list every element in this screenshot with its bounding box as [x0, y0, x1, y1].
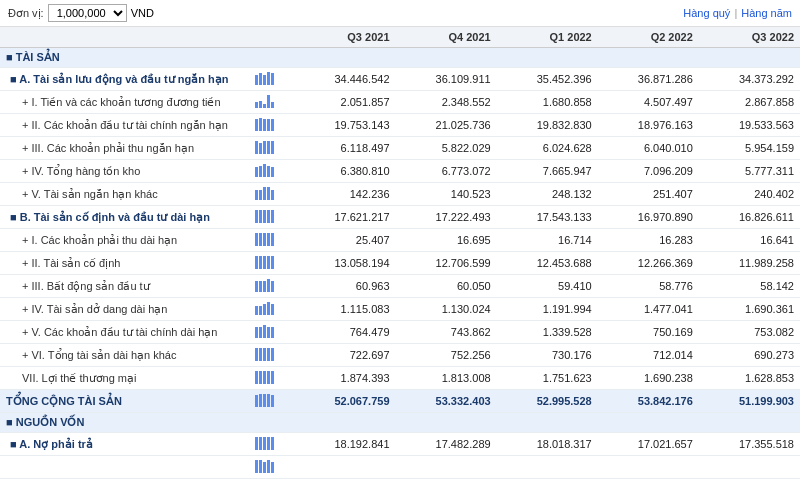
row-value-q1_2022: 17.543.133: [497, 206, 598, 229]
balance-sheet-table: Q3 2021 Q4 2021 Q1 2022 Q2 2022 Q3 2022 …: [0, 27, 800, 479]
row-chart: [234, 160, 294, 183]
row-value-q4_2021: 1.130.024: [396, 298, 497, 321]
row-chart: [234, 413, 294, 433]
row-value-q3_2022: [699, 456, 800, 479]
table-row: TỔNG CỘNG TÀI SẢN52.067.75953.332.40352.…: [0, 390, 800, 413]
row-value-q3_2022: 1.690.361: [699, 298, 800, 321]
row-value-q4_2021: 5.822.029: [396, 137, 497, 160]
row-value-q4_2021: 17.222.493: [396, 206, 497, 229]
row-value-q2_2022: 4.507.497: [598, 91, 699, 114]
row-value-q2_2022: 17.021.657: [598, 433, 699, 456]
row-value-q1_2022: 1.680.858: [497, 91, 598, 114]
unit-selector: Đơn vị: 1,000,000 VND: [8, 4, 154, 22]
row-label: ■ A. Tài sản lưu động và đầu tư ngắn hạn: [0, 68, 234, 91]
row-label: [0, 456, 234, 479]
row-chart: [234, 298, 294, 321]
row-value-q2_2022: 16.283: [598, 229, 699, 252]
row-value-q3_2021: 17.621.217: [294, 206, 395, 229]
row-label: + IV. Tài sản dở dang dài hạn: [0, 298, 234, 321]
table-row: + V. Các khoản đầu tư tài chính dài hạn7…: [0, 321, 800, 344]
row-value-q3_2021: 60.963: [294, 275, 395, 298]
unit-label: Đơn vị:: [8, 7, 44, 20]
row-value-q2_2022: 6.040.010: [598, 137, 699, 160]
row-chart: [234, 68, 294, 91]
row-value-q4_2021: 6.773.072: [396, 160, 497, 183]
row-value-q3_2022: 51.199.903: [699, 390, 800, 413]
row-value-q2_2022: 58.776: [598, 275, 699, 298]
row-value-q4_2021: 752.256: [396, 344, 497, 367]
row-value-q2_2022: 712.014: [598, 344, 699, 367]
row-value-q3_2022: 11.989.258: [699, 252, 800, 275]
col-header-label: [0, 27, 234, 48]
row-chart: [234, 137, 294, 160]
row-value-q1_2022: [497, 456, 598, 479]
row-value-q3_2022: 690.273: [699, 344, 800, 367]
table-row: + IV. Tổng hàng tồn kho6.380.8106.773.07…: [0, 160, 800, 183]
row-value-q1_2022: 730.176: [497, 344, 598, 367]
row-label: ■ TÀI SẢN: [0, 48, 234, 68]
row-label: + III. Các khoản phải thu ngắn hạn: [0, 137, 234, 160]
row-label: + II. Tài sản cố định: [0, 252, 234, 275]
row-value-q1_2022: [497, 48, 598, 68]
row-chart: [234, 229, 294, 252]
col-header-q3-2021: Q3 2021: [294, 27, 395, 48]
row-value-q3_2021: 25.407: [294, 229, 395, 252]
row-value-q1_2022: 59.410: [497, 275, 598, 298]
table-row: ■ NGUỒN VỐN: [0, 413, 800, 433]
row-value-q1_2022: 35.452.396: [497, 68, 598, 91]
row-value-q3_2021: [294, 48, 395, 68]
currency-label: VND: [131, 7, 154, 19]
row-label: + V. Các khoản đầu tư tài chính dài hạn: [0, 321, 234, 344]
unit-dropdown[interactable]: 1,000,000: [48, 4, 127, 22]
row-value-q4_2021: 60.050: [396, 275, 497, 298]
row-value-q3_2021: 18.192.841: [294, 433, 395, 456]
row-value-q4_2021: 2.348.552: [396, 91, 497, 114]
row-value-q2_2022: 1.690.238: [598, 367, 699, 390]
quarterly-btn[interactable]: Hàng quý: [683, 7, 730, 19]
row-chart: [234, 275, 294, 298]
col-header-q3-2022: Q3 2022: [699, 27, 800, 48]
row-value-q3_2022: 19.533.563: [699, 114, 800, 137]
row-value-q3_2022: [699, 413, 800, 433]
annual-btn[interactable]: Hàng năm: [741, 7, 792, 19]
row-value-q1_2022: 16.714: [497, 229, 598, 252]
table-body: ■ TÀI SẢN■ A. Tài sản lưu động và đầu tư…: [0, 48, 800, 479]
row-value-q4_2021: [396, 48, 497, 68]
row-label: + V. Tài sản ngắn hạn khác: [0, 183, 234, 206]
table-row: + V. Tài sản ngắn hạn khác142.236140.523…: [0, 183, 800, 206]
row-value-q3_2022: 753.082: [699, 321, 800, 344]
row-value-q3_2022: 5.954.159: [699, 137, 800, 160]
row-chart: [234, 390, 294, 413]
row-value-q1_2022: 19.832.830: [497, 114, 598, 137]
row-chart: [234, 252, 294, 275]
row-value-q3_2021: 6.118.497: [294, 137, 395, 160]
row-value-q2_2022: 12.266.369: [598, 252, 699, 275]
row-value-q2_2022: 7.096.209: [598, 160, 699, 183]
table-row: + III. Các khoản phải thu ngắn hạn6.118.…: [0, 137, 800, 160]
row-label: + I. Các khoản phải thu dài hạn: [0, 229, 234, 252]
row-value-q4_2021: 1.813.008: [396, 367, 497, 390]
row-value-q2_2022: [598, 456, 699, 479]
row-label: + I. Tiền và các khoản tương đương tiền: [0, 91, 234, 114]
row-value-q3_2021: 34.446.542: [294, 68, 395, 91]
table-row: + I. Các khoản phải thu dài hạn25.40716.…: [0, 229, 800, 252]
row-label: + VI. Tổng tài sản dài hạn khác: [0, 344, 234, 367]
row-value-q3_2022: 5.777.311: [699, 160, 800, 183]
row-label: + IV. Tổng hàng tồn kho: [0, 160, 234, 183]
row-value-q3_2021: 1.115.083: [294, 298, 395, 321]
row-value-q4_2021: 36.109.911: [396, 68, 497, 91]
row-label: ■ A. Nợ phải trả: [0, 433, 234, 456]
row-value-q1_2022: 1.751.623: [497, 367, 598, 390]
row-value-q3_2022: 240.402: [699, 183, 800, 206]
row-value-q1_2022: 52.995.528: [497, 390, 598, 413]
row-value-q2_2022: 18.976.163: [598, 114, 699, 137]
row-chart: [234, 433, 294, 456]
row-value-q2_2022: 36.871.286: [598, 68, 699, 91]
row-value-q3_2022: 58.142: [699, 275, 800, 298]
row-chart: [234, 344, 294, 367]
row-chart: [234, 48, 294, 68]
row-value-q2_2022: 750.169: [598, 321, 699, 344]
table-row: + VI. Tổng tài sản dài hạn khác722.69775…: [0, 344, 800, 367]
row-value-q3_2021: 142.236: [294, 183, 395, 206]
row-value-q4_2021: 140.523: [396, 183, 497, 206]
